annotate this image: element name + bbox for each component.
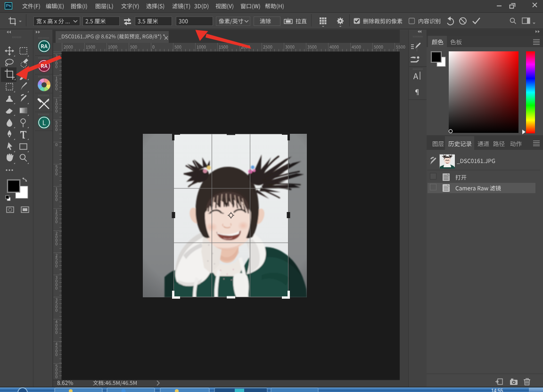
svg-text:14:55: 14:55 xyxy=(491,388,503,392)
